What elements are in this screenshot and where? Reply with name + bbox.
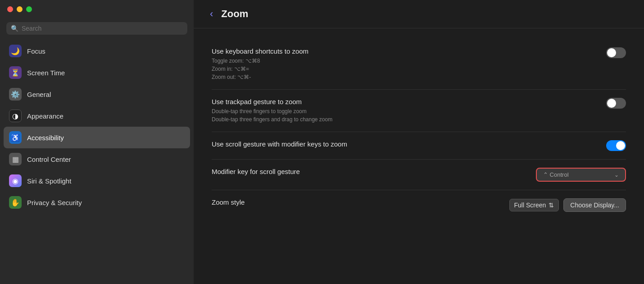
choose-display-button[interactable]: Choose Display... <box>563 198 626 212</box>
content-header: ‹ Zoom <box>194 0 644 28</box>
toggle-trackpad-gesture[interactable] <box>606 98 626 109</box>
setting-row-trackpad-gesture: Use trackpad gesture to zoomDouble-tap t… <box>212 90 626 132</box>
setting-row-scroll-gesture: Use scroll gesture with modifier keys to… <box>212 132 626 160</box>
maximize-button[interactable] <box>26 6 32 12</box>
sidebar: 🔍 🌙Focus⏳Screen Time⚙️General◑Appearance… <box>0 0 194 284</box>
setting-control-trackpad-gesture <box>606 98 626 109</box>
setting-control-keyboard-shortcuts <box>606 47 626 58</box>
general-icon: ⚙️ <box>9 88 22 101</box>
setting-info-keyboard-shortcuts: Use keyboard shortcuts to zoomToggle zoo… <box>212 47 597 81</box>
setting-label-zoom-style: Zoom style <box>212 198 500 206</box>
setting-control-modifier-key: ⌃ Control⌄ <box>536 168 626 182</box>
sidebar-item-accessibility[interactable]: ♿Accessibility <box>4 127 190 148</box>
traffic-lights <box>7 6 32 12</box>
sidebar-label-privacy: Privacy & Security <box>27 199 82 206</box>
privacy-icon: ✋ <box>9 196 22 209</box>
setting-info-modifier-key: Modifier key for scroll gesture <box>212 168 527 177</box>
dropdown-modifier-key[interactable]: ⌃ Control⌄ <box>536 168 626 182</box>
content-body: Use keyboard shortcuts to zoomToggle zoo… <box>194 28 644 284</box>
setting-info-zoom-style: Zoom style <box>212 198 500 208</box>
sidebar-item-controlcenter[interactable]: ▦Control Center <box>4 148 190 170</box>
appearance-icon: ◑ <box>9 110 22 122</box>
main-content: ‹ Zoom Use keyboard shortcuts to zoomTog… <box>194 0 644 284</box>
search-bar[interactable]: 🔍 <box>6 22 187 35</box>
titlebar <box>0 0 194 18</box>
sidebar-label-general: General <box>27 91 51 98</box>
sidebar-label-screentime: Screen Time <box>27 69 65 77</box>
zoom-style-select[interactable]: Full Screen ⇅ <box>509 199 559 211</box>
search-icon: 🔍 <box>11 25 18 32</box>
sidebar-label-controlcenter: Control Center <box>27 156 71 163</box>
dropdown-icon-modifier-key: ⌃ Control <box>543 171 569 178</box>
sidebar-label-focus: Focus <box>27 47 45 55</box>
setting-label-scroll-gesture: Use scroll gesture with modifier keys to… <box>212 140 597 148</box>
toggle-keyboard-shortcuts[interactable] <box>606 47 626 58</box>
sidebar-item-general[interactable]: ⚙️General <box>4 83 190 105</box>
minimize-button[interactable] <box>17 6 23 12</box>
zoom-style-value: Full Screen <box>514 202 546 209</box>
close-button[interactable] <box>7 6 13 12</box>
sidebar-item-screentime[interactable]: ⏳Screen Time <box>4 62 190 83</box>
sidebar-list: 🌙Focus⏳Screen Time⚙️General◑Appearance♿A… <box>0 40 194 284</box>
setting-label-keyboard-shortcuts: Use keyboard shortcuts to zoom <box>212 47 597 55</box>
page-title: Zoom <box>221 8 248 20</box>
setting-control-scroll-gesture <box>606 140 626 151</box>
toggle-scroll-gesture[interactable] <box>606 140 626 151</box>
controlcenter-icon: ▦ <box>9 153 22 165</box>
sort-icon: ⇅ <box>549 202 554 209</box>
setting-row-modifier-key: Modifier key for scroll gesture⌃ Control… <box>212 160 626 190</box>
setting-info-scroll-gesture: Use scroll gesture with modifier keys to… <box>212 140 597 150</box>
siri-icon: ◉ <box>9 174 22 187</box>
focus-icon: 🌙 <box>9 45 22 57</box>
sidebar-item-focus[interactable]: 🌙Focus <box>4 40 190 62</box>
sidebar-label-appearance: Appearance <box>27 112 63 120</box>
sidebar-label-accessibility: Accessibility <box>27 134 64 142</box>
setting-label-modifier-key: Modifier key for scroll gesture <box>212 168 527 175</box>
setting-sublabel-trackpad-gesture: Double-tap three fingers to toggle zoom … <box>212 107 597 124</box>
setting-label-trackpad-gesture: Use trackpad gesture to zoom <box>212 98 597 105</box>
sidebar-item-siri[interactable]: ◉Siri & Spotlight <box>4 170 190 192</box>
accessibility-icon: ♿ <box>9 131 22 144</box>
screentime-icon: ⏳ <box>9 66 22 79</box>
setting-info-trackpad-gesture: Use trackpad gesture to zoomDouble-tap t… <box>212 98 597 124</box>
chevron-down-icon: ⌄ <box>614 172 619 178</box>
setting-sublabel-keyboard-shortcuts: Toggle zoom: ⌥⌘8 Zoom in: ⌥⌘= Zoom out: … <box>212 57 597 81</box>
back-button[interactable]: ‹ <box>207 7 216 21</box>
setting-control-zoom-style: Full Screen ⇅Choose Display... <box>509 198 626 212</box>
sidebar-item-appearance[interactable]: ◑Appearance <box>4 105 190 127</box>
search-input[interactable] <box>22 25 183 32</box>
zoom-style-control: Full Screen ⇅Choose Display... <box>509 198 626 212</box>
sidebar-item-privacy[interactable]: ✋Privacy & Security <box>4 192 190 213</box>
setting-row-keyboard-shortcuts: Use keyboard shortcuts to zoomToggle zoo… <box>212 39 626 90</box>
setting-row-zoom-style: Zoom styleFull Screen ⇅Choose Display... <box>212 190 626 220</box>
sidebar-label-siri: Siri & Spotlight <box>27 177 71 185</box>
